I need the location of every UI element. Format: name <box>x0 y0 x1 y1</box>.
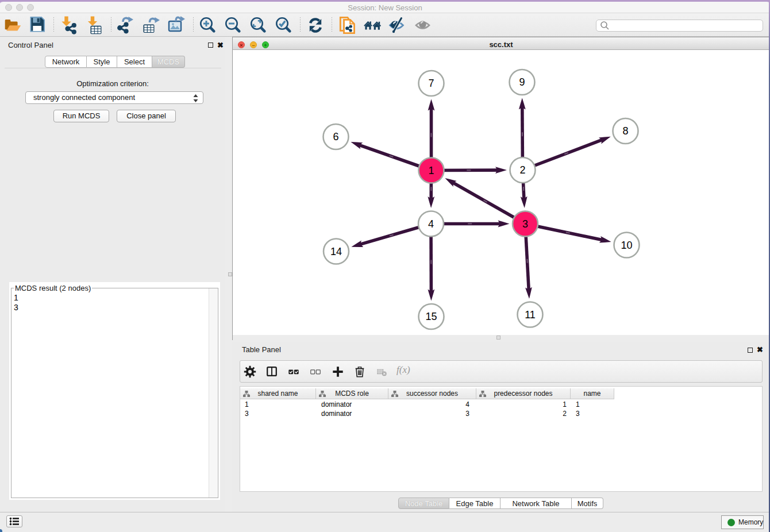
svg-text:4: 4 <box>428 218 434 230</box>
svg-text:2: 2 <box>519 164 525 176</box>
svg-text:9: 9 <box>519 76 525 88</box>
svg-text:14: 14 <box>330 246 342 257</box>
svg-text:3: 3 <box>522 218 528 230</box>
svg-text:11: 11 <box>525 309 536 321</box>
svg-text:8: 8 <box>622 125 628 137</box>
svg-text:6: 6 <box>333 131 338 142</box>
svg-text:10: 10 <box>621 240 632 251</box>
svg-text:7: 7 <box>428 78 434 89</box>
svg-text:15: 15 <box>425 311 437 322</box>
svg-text:1: 1 <box>428 165 434 176</box>
